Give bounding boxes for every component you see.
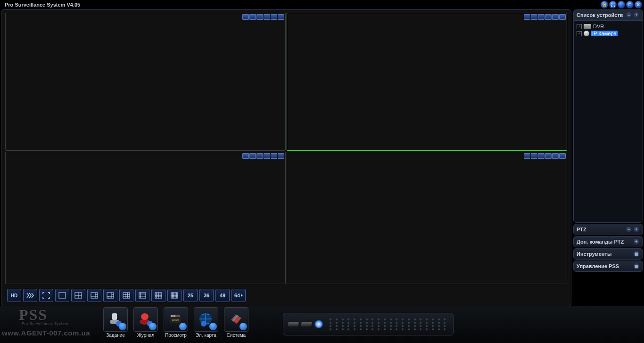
expand-icon[interactable]: + [577,31,582,36]
cell-icon[interactable] [271,14,277,20]
cell-icon[interactable] [552,153,559,159]
cell-icon[interactable] [278,153,284,159]
svg-rect-47 [171,315,173,317]
tools-panel[interactable]: Инструменты ▦ [573,248,643,260]
layout-4-button[interactable] [71,289,85,302]
layout-9-button[interactable] [119,289,133,302]
video-cell-2[interactable] [287,13,567,151]
hd-button[interactable]: HD [7,289,21,302]
manage-panel[interactable]: Управление PSS ▦ [573,261,643,272]
cell-icon[interactable] [278,14,284,20]
cell-icon[interactable] [249,153,256,159]
collapse-icon[interactable]: – [626,226,632,233]
cell-icon[interactable] [264,153,270,159]
cell-icon[interactable] [264,14,270,20]
cell-icon[interactable] [242,153,249,159]
app-title: Pro Surveillance System V4.05 [2,2,80,8]
fullscreen-icon[interactable]: ⛶ [609,1,617,8]
panel-icon[interactable]: ▦ [633,263,640,270]
cell-icon[interactable] [545,14,552,20]
svg-rect-19 [139,293,146,298]
preview-button[interactable]: ezcent Просмотр [162,307,190,338]
device-list-panel: Список устройств –+ + DVR + IP Камера [573,9,643,223]
journal-button[interactable]: Журнал [132,307,159,338]
add-icon[interactable]: + [633,226,640,233]
cell-icon[interactable] [524,153,530,159]
ptz-panel[interactable]: PTZ –+ [573,224,643,235]
disk-icon[interactable] [301,322,312,327]
svg-rect-14 [123,293,130,298]
layout-36-button[interactable]: 36 [199,289,214,302]
gear-icon [149,323,157,330]
close-icon[interactable]: ✕ [635,1,642,8]
device-tree: + DVR + IP Камера [574,20,643,222]
video-cell-1[interactable] [5,13,286,151]
minimize-icon[interactable]: — [618,1,625,8]
gear-icon [209,323,217,330]
layout-49-button[interactable]: 49 [215,289,230,302]
emap-button[interactable]: Эл. карта [192,307,220,338]
cell-icon[interactable] [242,14,249,20]
device-list-label: Список устройств [577,12,623,18]
footer: PSS Pro Surveillance System www.AGENT-00… [0,306,644,343]
disk-icon[interactable] [288,322,299,327]
cell-icon[interactable] [524,14,530,20]
device-label: IP Камера [591,31,618,36]
cell-icon[interactable] [538,14,545,20]
cd-icon[interactable] [314,320,323,328]
video-cell-4[interactable] [287,152,567,284]
cell-icon[interactable] [538,153,545,159]
titlebar: Pro Surveillance System V4.05 🔒 ⛶ — □ ✕ [0,0,644,9]
add-icon[interactable]: + [633,238,640,245]
device-item-dvr[interactable]: + DVR [577,24,640,29]
lock-icon[interactable]: 🔒 [601,1,608,8]
cell-icon[interactable] [552,14,559,20]
layout-20-button[interactable] [167,289,182,302]
layout-64-button[interactable]: 64 [231,289,246,302]
title-buttons: 🔒 ⛶ — □ ✕ [601,1,642,8]
system-button[interactable]: Система [223,307,250,338]
cell-icon[interactable] [249,14,256,20]
fullscreen-button[interactable] [39,289,53,302]
maximize-icon[interactable]: □ [626,1,634,8]
layout-6-button[interactable] [87,289,101,302]
status-tray [283,313,454,335]
sidebar: Список устройств –+ + DVR + IP Камера PT… [573,9,643,306]
task-button[interactable]: Задание [102,307,129,338]
svg-rect-4 [91,293,98,298]
cell-icon[interactable] [545,153,552,159]
svg-point-51 [201,321,206,327]
task-icon [103,307,128,332]
task-label: Задание [106,333,125,338]
cell-icon[interactable] [559,14,566,20]
layout-25-button[interactable]: 25 [183,289,198,302]
system-icon [224,307,248,332]
svg-text:ezcent: ezcent [172,318,179,321]
expand-icon[interactable]: + [577,24,582,29]
video-cell-3[interactable] [5,152,286,284]
cell-icon[interactable] [531,153,537,159]
collapse-icon[interactable]: – [626,12,632,18]
cell-icon[interactable] [256,153,263,159]
device-item-ipcam[interactable]: + IP Камера [577,31,640,36]
device-list-header[interactable]: Список устройств –+ [574,10,643,20]
cell-icon[interactable] [271,153,277,159]
ptz-label: PTZ [577,227,586,232]
video-grid-area: HD 25 36 49 64 [1,9,571,306]
panel-icon[interactable]: ▦ [633,251,640,257]
ptz-extra-panel[interactable]: Доп. команды PTZ + [573,236,643,247]
layout-16-button[interactable] [151,289,165,302]
emap-label: Эл. карта [196,333,216,338]
add-icon[interactable]: + [633,12,640,18]
layout-1-button[interactable] [55,289,69,302]
cell-icon[interactable] [531,14,537,20]
gear-icon [239,323,247,330]
manage-label: Управление PSS [577,263,619,269]
cell-icon[interactable] [559,153,566,159]
layout-8-button[interactable] [103,289,117,302]
led-matrix [330,318,448,330]
fluency-button[interactable] [23,289,37,302]
layout-13-button[interactable] [135,289,149,302]
device-label: DVR [593,24,604,29]
cell-icon[interactable] [256,14,263,20]
